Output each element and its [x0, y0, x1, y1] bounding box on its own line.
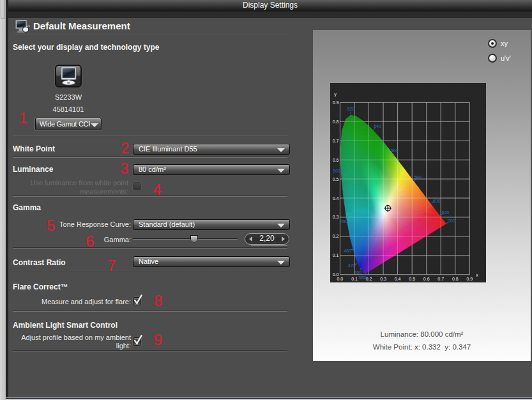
svg-text:0.9: 0.9: [333, 100, 339, 105]
svg-text:0.9: 0.9: [467, 277, 473, 281]
svg-text:y: y: [334, 92, 337, 97]
svg-text:0.0: 0.0: [337, 277, 344, 281]
svg-text:0.7: 0.7: [437, 277, 444, 281]
svg-text:x: x: [476, 273, 478, 277]
svg-text:0.5: 0.5: [333, 177, 339, 181]
svg-text:0.8: 0.8: [333, 119, 339, 124]
svg-text:0.7: 0.7: [333, 139, 339, 143]
svg-text:0.2: 0.2: [366, 277, 372, 281]
svg-text:0.4: 0.4: [333, 196, 339, 201]
svg-text:560: 560: [391, 148, 399, 153]
svg-text:470: 470: [348, 263, 356, 268]
svg-text:0.6: 0.6: [333, 158, 339, 162]
svg-text:0.4: 0.4: [395, 277, 401, 281]
svg-text:700: 700: [448, 219, 455, 223]
svg-text:0.1: 0.1: [333, 253, 339, 258]
svg-text:460: 460: [354, 270, 362, 275]
svg-text:540: 540: [374, 124, 381, 128]
svg-text:0.1: 0.1: [351, 277, 358, 281]
svg-text:520: 520: [347, 107, 355, 111]
svg-text:380: 380: [358, 275, 366, 280]
svg-text:0.3: 0.3: [333, 215, 339, 219]
svg-text:0.2: 0.2: [333, 234, 339, 238]
svg-text:0.8: 0.8: [452, 277, 459, 281]
svg-text:0.5: 0.5: [409, 277, 415, 281]
svg-text:620: 620: [442, 210, 450, 215]
svg-text:0.3: 0.3: [380, 277, 386, 281]
svg-text:600: 600: [433, 199, 441, 203]
svg-text:480: 480: [344, 249, 351, 253]
svg-text:500: 500: [333, 169, 340, 173]
svg-text:0.0: 0.0: [333, 272, 339, 277]
svg-text:580: 580: [414, 175, 422, 180]
svg-text:490: 490: [340, 219, 348, 224]
svg-text:0.6: 0.6: [423, 277, 430, 281]
